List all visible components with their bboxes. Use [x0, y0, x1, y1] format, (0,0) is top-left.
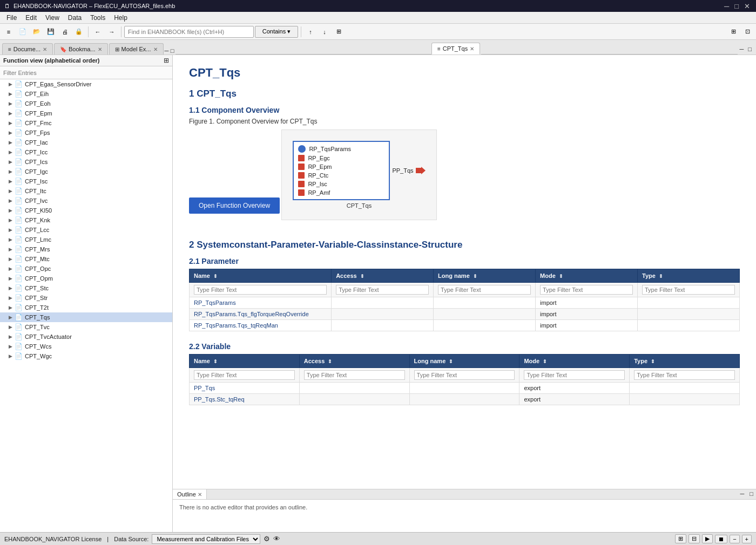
var-name-link[interactable]: PP_Tqs.Stc_tqReq [194, 396, 245, 403]
status-btn-2[interactable]: ⊟ [688, 534, 700, 543]
var-col-longname[interactable]: Long name ⇕ [409, 355, 519, 368]
list-item[interactable]: ▶ 📄 CPT_Igc [0, 167, 172, 176]
status-btn-1[interactable]: ⊞ [675, 534, 686, 543]
list-item[interactable]: ▶ 📄 CPT_Tqs [0, 312, 172, 322]
toolbar-btn-5[interactable]: 🖨 [58, 26, 71, 38]
list-item[interactable]: ▶ 📄 CPT_Fmc [0, 118, 172, 128]
toolbar-btn-2[interactable]: 📄 [16, 26, 29, 38]
list-item[interactable]: ▶ 📄 CPT_Tvc [0, 322, 172, 332]
menu-view[interactable]: View [41, 13, 64, 23]
list-item[interactable]: ▶ 📄 CPT_Opc [0, 264, 172, 274]
search-input[interactable] [124, 26, 254, 38]
list-item[interactable]: ▶ 📄 CPT_Itc [0, 186, 172, 196]
filter-entries-input[interactable] [0, 66, 172, 79]
toolbar-btn-4[interactable]: 💾 [44, 26, 57, 38]
var-filter-longname[interactable] [414, 370, 515, 380]
main-tab-cpt-tqs[interactable]: ≡ CPT_Tqs ✕ [431, 43, 480, 54]
model-tab-close[interactable]: ✕ [153, 46, 158, 52]
left-panel-tab-bookmarks[interactable]: 🔖 Bookma... ✕ [54, 43, 108, 54]
zoom-minus-btn[interactable]: − [730, 535, 739, 543]
param-col-name[interactable]: Name ⇕ [190, 269, 332, 283]
list-item[interactable]: ▶ 📄 CPT_Icc [0, 147, 172, 157]
maximize-button[interactable]: □ [733, 2, 740, 10]
toolbar-nav-down[interactable]: ↓ [318, 26, 331, 38]
bottom-panel-max-btn[interactable]: □ [747, 489, 756, 499]
toolbar-nav-up[interactable]: ↑ [304, 26, 317, 38]
function-view-options[interactable]: ⊞ [164, 57, 169, 64]
param-col-mode[interactable]: Mode ⇕ [536, 269, 638, 283]
main-panel-max-btn[interactable]: □ [746, 44, 754, 54]
status-btn-3[interactable]: ▶ [702, 534, 713, 543]
param-filter-type[interactable] [642, 285, 735, 295]
list-item[interactable]: ▶ 📄 CPT_TvcActuator [0, 332, 172, 342]
list-item[interactable]: ▶ 📄 CPT_Mrs [0, 244, 172, 254]
param-col-type[interactable]: Type ⇕ [637, 269, 739, 283]
var-filter-name[interactable] [194, 370, 295, 380]
outline-tab[interactable]: Outline ✕ [173, 489, 207, 499]
var-col-access[interactable]: Access ⇕ [299, 355, 409, 368]
list-item[interactable]: ▶ 📄 CPT_Egas_SensorDriver [0, 79, 172, 89]
main-panel-min-btn[interactable]: ─ [738, 44, 746, 54]
toolbar-fwd[interactable]: → [105, 26, 118, 38]
var-col-name[interactable]: Name ⇕ [190, 355, 300, 368]
list-item[interactable]: ▶ 📄 CPT_Str [0, 293, 172, 303]
list-item[interactable]: ▶ 📄 CPT_Ics [0, 157, 172, 167]
param-filter-longname[interactable] [438, 285, 531, 295]
list-item[interactable]: ▶ 📄 CPT_Lcc [0, 225, 172, 235]
list-item[interactable]: ▶ 📄 CPT_Knk [0, 215, 172, 225]
contains-button[interactable]: Contains ▾ [255, 26, 298, 38]
bottom-panel-min-btn[interactable]: ─ [738, 489, 747, 499]
param-name-link[interactable]: RP_TqsParams.Tqs_tqReqMan [194, 322, 278, 329]
list-item[interactable]: ▶ 📄 CPT_Isc [0, 176, 172, 186]
param-name-cell[interactable]: RP_TqsParams.Tqs_flgTorqueReqOverride [190, 309, 332, 320]
param-name-link[interactable]: RP_TqsParams.Tqs_flgTorqueReqOverride [194, 311, 309, 317]
toolbar-btn-1[interactable]: ≡ [2, 26, 15, 38]
list-item[interactable]: ▶ 📄 CPT_Opm [0, 274, 172, 283]
open-function-overview-button[interactable]: Open Function Overview [189, 197, 280, 214]
var-name-link[interactable]: PP_Tqs [194, 385, 215, 391]
list-item[interactable]: ▶ 📄 CPT_Eoh [0, 99, 172, 108]
menu-file[interactable]: File [2, 13, 21, 23]
var-filter-type[interactable] [634, 370, 735, 380]
menu-edit[interactable]: Edit [21, 13, 41, 23]
toolbar-right-1[interactable]: ⊞ [727, 26, 740, 38]
list-item[interactable]: ▶ 📄 CPT_Fps [0, 128, 172, 138]
toolbar-back[interactable]: ← [91, 26, 104, 38]
documents-tab-close[interactable]: ✕ [43, 46, 47, 52]
param-col-longname[interactable]: Long name ⇕ [434, 269, 536, 283]
param-name-cell[interactable]: RP_TqsParams [190, 297, 332, 309]
list-item[interactable]: ▶ 📄 CPT_Wcs [0, 342, 172, 351]
var-filter-mode[interactable] [524, 370, 625, 380]
cpt-tab-close[interactable]: ✕ [470, 46, 474, 52]
list-item[interactable]: ▶ 📄 CPT_T2t [0, 303, 172, 312]
var-col-mode[interactable]: Mode ⇕ [519, 355, 630, 368]
panel-max-btn[interactable]: □ [171, 47, 174, 54]
param-filter-access[interactable] [336, 285, 429, 295]
toolbar-right-2[interactable]: ⊡ [741, 26, 754, 38]
panel-min-btn[interactable]: ─ [165, 47, 169, 54]
list-item[interactable]: ▶ 📄 CPT_Wgc [0, 351, 172, 361]
var-name-cell[interactable]: PP_Tqs.Stc_tqReq [190, 394, 300, 405]
minimize-button[interactable]: ─ [723, 2, 731, 10]
menu-data[interactable]: Data [64, 13, 86, 23]
menu-help[interactable]: Help [110, 13, 132, 23]
toolbar-btn-3[interactable]: 📂 [30, 26, 43, 38]
zoom-plus-btn[interactable]: + [742, 535, 752, 543]
list-item[interactable]: ▶ 📄 CPT_Mtc [0, 254, 172, 264]
datasource-select[interactable]: Measurement and Calibration Files [152, 534, 260, 544]
toolbar-btn-6[interactable]: 🔒 [72, 26, 85, 38]
titlebar-controls[interactable]: ─ □ ✕ [723, 2, 752, 10]
eye-icon[interactable]: 👁 [273, 535, 280, 543]
list-item[interactable]: ▶ 📄 CPT_Stc [0, 283, 172, 293]
bookmarks-tab-close[interactable]: ✕ [98, 46, 102, 52]
list-item[interactable]: ▶ 📄 CPT_Ivc [0, 196, 172, 206]
list-item[interactable]: ▶ 📄 CPT_Lmc [0, 235, 172, 244]
toolbar-filter[interactable]: ⊞ [332, 26, 345, 38]
menu-tools[interactable]: Tools [86, 13, 110, 23]
list-item[interactable]: ▶ 📄 CPT_Eih [0, 89, 172, 99]
var-col-type[interactable]: Type ⇕ [630, 355, 740, 368]
left-panel-tab-model[interactable]: ⊞ Model Ex... ✕ [109, 43, 164, 54]
param-filter-name[interactable] [194, 285, 327, 295]
param-filter-mode[interactable] [540, 285, 633, 295]
settings-icon[interactable]: ⚙ [264, 535, 270, 543]
